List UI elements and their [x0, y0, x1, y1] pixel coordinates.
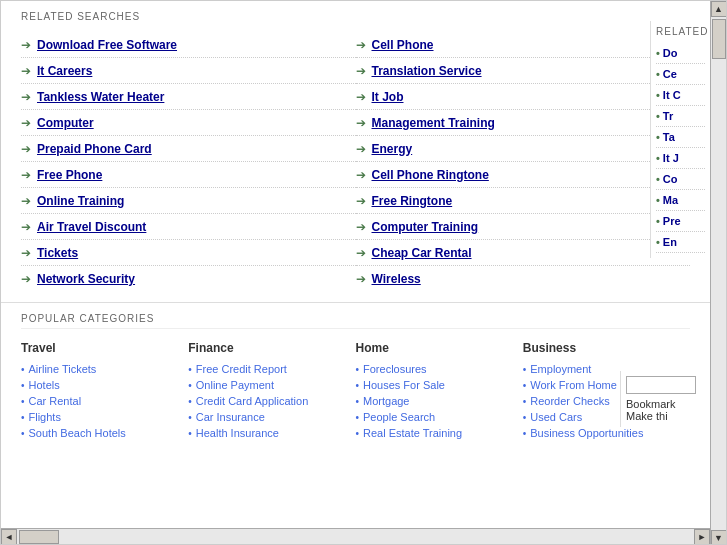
left-link-item: ➔Online Training	[21, 188, 356, 214]
partial-link-dot: •	[656, 236, 660, 248]
make-text: Make thi	[626, 410, 705, 422]
right-link[interactable]: Free Ringtone	[372, 194, 453, 208]
category-title: Home	[356, 341, 513, 355]
category-link[interactable]: Health Insurance	[196, 427, 279, 439]
category-link[interactable]: Business Opportunities	[530, 427, 643, 439]
left-link[interactable]: It Careers	[37, 64, 92, 78]
left-link[interactable]: Tankless Water Heater	[37, 90, 164, 104]
category-link[interactable]: Real Estate Training	[363, 427, 462, 439]
bullet-icon: •	[356, 412, 360, 423]
vertical-scrollbar[interactable]: ▲ ▼	[710, 1, 726, 545]
category-link[interactable]: Used Cars	[530, 411, 582, 423]
partial-link-text[interactable]: It C	[663, 89, 681, 101]
partial-link-text[interactable]: Ma	[663, 194, 678, 206]
partial-link-dot: •	[656, 215, 660, 227]
partial-link-text[interactable]: Tr	[663, 110, 673, 122]
partial-link-text[interactable]: Do	[663, 47, 678, 59]
right-link[interactable]: Cell Phone	[372, 38, 434, 52]
partial-link-text[interactable]: Ce	[663, 68, 677, 80]
categories-grid: Travel•Airline Tickets•Hotels•Car Rental…	[21, 341, 690, 443]
bullet-icon: •	[188, 396, 192, 407]
right-link[interactable]: Translation Service	[372, 64, 482, 78]
related-searches-title: RELATED SEARCHES	[21, 11, 690, 22]
partial-link-text[interactable]: Ta	[663, 131, 675, 143]
horizontal-scrollbar[interactable]: ◄ ►	[1, 528, 710, 544]
category-link[interactable]: Reorder Checks	[530, 395, 609, 407]
category-link[interactable]: Foreclosures	[363, 363, 427, 375]
right-link[interactable]: It Job	[372, 90, 404, 104]
scroll-up-arrow[interactable]: ▲	[711, 1, 727, 17]
category-link[interactable]: Car Rental	[29, 395, 82, 407]
bullet-icon: •	[21, 380, 25, 391]
bullet-icon: •	[188, 428, 192, 439]
left-link[interactable]: Network Security	[37, 272, 135, 286]
partial-link-text[interactable]: Pre	[663, 215, 681, 227]
category-link[interactable]: Houses For Sale	[363, 379, 445, 391]
category-link-item: •Car Insurance	[188, 411, 345, 423]
category-link[interactable]: Credit Card Application	[196, 395, 309, 407]
arrow-icon: ➔	[21, 246, 31, 260]
right-link-item: ➔Free Ringtone	[356, 188, 691, 214]
scroll-right-arrow[interactable]: ►	[694, 529, 710, 545]
category-link-item: •Free Credit Report	[188, 363, 345, 375]
left-link-item: ➔It Careers	[21, 58, 356, 84]
category-link[interactable]: Mortgage	[363, 395, 409, 407]
left-link[interactable]: Air Travel Discount	[37, 220, 146, 234]
left-link[interactable]: Tickets	[37, 246, 78, 260]
arrow-icon: ➔	[356, 116, 366, 130]
partial-link-dot: •	[656, 47, 660, 59]
category-link[interactable]: Hotels	[29, 379, 60, 391]
right-bookmark-panel: Bookmark Make thi	[620, 371, 710, 427]
scroll-thumb-h[interactable]	[19, 530, 59, 544]
category-link[interactable]: Work From Home	[530, 379, 617, 391]
arrow-icon: ➔	[356, 142, 366, 156]
category-link[interactable]: Free Credit Report	[196, 363, 287, 375]
left-link[interactable]: Free Phone	[37, 168, 102, 182]
partial-link-text[interactable]: En	[663, 236, 677, 248]
left-link[interactable]: Prepaid Phone Card	[37, 142, 152, 156]
right-link[interactable]: Energy	[372, 142, 413, 156]
bullet-icon: •	[523, 396, 527, 407]
category-link-item: •Car Rental	[21, 395, 178, 407]
partial-link-item: •En	[656, 232, 705, 253]
bullet-icon: •	[356, 380, 360, 391]
right-link-item: ➔Cell Phone Ringtone	[356, 162, 691, 188]
category-link[interactable]: Online Payment	[196, 379, 274, 391]
right-link[interactable]: Wireless	[372, 272, 421, 286]
right-link-item: ➔Management Training	[356, 110, 691, 136]
scroll-left-arrow[interactable]: ◄	[1, 529, 17, 545]
bullet-icon: •	[356, 396, 360, 407]
category-link[interactable]: People Search	[363, 411, 435, 423]
left-link[interactable]: Computer	[37, 116, 94, 130]
scroll-down-arrow[interactable]: ▼	[711, 530, 727, 545]
category-link[interactable]: Airline Tickets	[29, 363, 97, 375]
bookmark-text: Bookmark	[626, 398, 705, 410]
right-partial-panel: RELATED •Do•Ce•It C•Tr•Ta•It J•Co•Ma•Pre…	[650, 21, 710, 258]
left-link-item: ➔Network Security	[21, 266, 356, 292]
category-link-item: •Foreclosures	[356, 363, 513, 375]
bullet-icon: •	[523, 412, 527, 423]
partial-link-item: •Ta	[656, 127, 705, 148]
arrow-icon: ➔	[21, 116, 31, 130]
category-link[interactable]: Employment	[530, 363, 591, 375]
partial-link-text[interactable]: It J	[663, 152, 679, 164]
right-link[interactable]: Cell Phone Ringtone	[372, 168, 489, 182]
category-link[interactable]: South Beach Hotels	[29, 427, 126, 439]
partial-link-text[interactable]: Co	[663, 173, 678, 185]
bookmark-input[interactable]	[626, 376, 696, 394]
category-link-item: •Health Insurance	[188, 427, 345, 439]
right-link[interactable]: Computer Training	[372, 220, 479, 234]
arrow-icon: ➔	[356, 272, 366, 286]
right-link[interactable]: Management Training	[372, 116, 495, 130]
left-link[interactable]: Download Free Software	[37, 38, 177, 52]
category-link-item: •Online Payment	[188, 379, 345, 391]
category-link[interactable]: Car Insurance	[196, 411, 265, 423]
scroll-thumb[interactable]	[712, 19, 726, 59]
category-col: Finance•Free Credit Report•Online Paymen…	[188, 341, 355, 443]
left-link[interactable]: Online Training	[37, 194, 124, 208]
right-link[interactable]: Cheap Car Rental	[372, 246, 472, 260]
category-link-item: •Airline Tickets	[21, 363, 178, 375]
right-link-item: ➔Translation Service	[356, 58, 691, 84]
category-link[interactable]: Flights	[29, 411, 61, 423]
bullet-icon: •	[523, 380, 527, 391]
